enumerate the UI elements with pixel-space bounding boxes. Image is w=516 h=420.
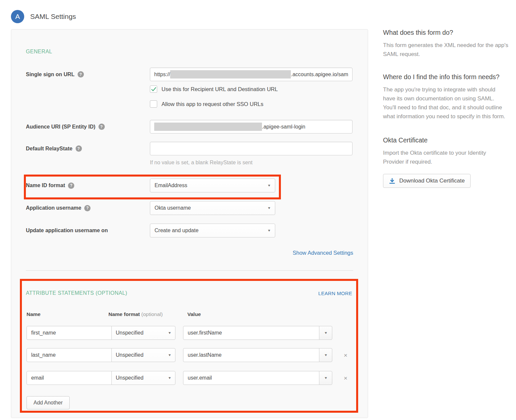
section-divider xyxy=(26,270,353,271)
relay-state-hint: If no value is set, a blank RelayState i… xyxy=(150,160,353,166)
sidebar-text-find-info: The app you're trying to integrate with … xyxy=(383,85,508,121)
other-sso-checkbox-row: Allow this app to request other SSO URLs xyxy=(150,100,353,108)
step-header: A SAML Settings xyxy=(11,10,76,23)
chevron-down-icon: ▼ xyxy=(168,353,171,357)
recipient-url-checkbox-label: Use this for Recipient URL and Destinati… xyxy=(161,86,278,92)
sso-url-row: Single sign on URL ? https:// .accounts.… xyxy=(26,68,353,81)
name-id-format-label: Name ID format ? xyxy=(26,183,150,189)
attribute-name-input[interactable]: email xyxy=(27,371,112,385)
other-sso-checkbox[interactable] xyxy=(150,100,157,108)
remove-attribute-button[interactable]: × xyxy=(342,352,349,358)
chevron-down-icon: ▼ xyxy=(267,184,271,187)
name-id-highlight-box: Name ID format ? EmailAddress ▼ xyxy=(24,175,281,199)
attribute-statements-title: ATTRIBUTE STATEMENTS (OPTIONAL) xyxy=(26,290,127,296)
relay-state-input[interactable] xyxy=(150,142,353,155)
column-header-name: Name xyxy=(27,311,108,317)
help-icon[interactable]: ? xyxy=(98,124,105,130)
chevron-down-icon: ▼ xyxy=(324,353,327,357)
sidebar-heading-form-purpose: What does this form do? xyxy=(383,28,508,36)
relay-state-label: Default RelayState ? xyxy=(26,145,150,152)
attribute-column-headers: Name Name format (optional) Value xyxy=(27,311,352,317)
app-username-label: Application username ? xyxy=(26,205,150,211)
recipient-url-checkbox[interactable] xyxy=(150,85,157,93)
update-username-select[interactable]: Create and update ▼ xyxy=(150,224,275,237)
attribute-value-group: user.email ▼ xyxy=(183,371,332,385)
attribute-value-input[interactable]: user.lastName xyxy=(183,348,319,362)
attribute-statements-highlight-box: ATTRIBUTE STATEMENTS (OPTIONAL) LEARN MO… xyxy=(20,279,358,413)
attribute-value-group: user.firstName ▼ xyxy=(183,326,332,340)
column-header-value: Value xyxy=(187,311,201,317)
sso-url-suffix: .accounts.apigee.io/sam xyxy=(291,72,348,78)
sso-url-input[interactable]: https:// .accounts.apigee.io/sam xyxy=(150,68,353,81)
help-sidebar: What does this form do? This form genera… xyxy=(383,28,508,188)
download-okta-certificate-label: Download Okta Certificate xyxy=(399,178,465,184)
redacted-block xyxy=(154,123,262,131)
name-id-format-row: Name ID format ? EmailAddress ▼ xyxy=(26,179,279,192)
update-username-row: Update application username on Create an… xyxy=(26,224,353,237)
help-icon[interactable]: ? xyxy=(68,183,74,189)
attribute-name-input[interactable]: last_name xyxy=(27,348,112,362)
attribute-value-dropdown-button[interactable]: ▼ xyxy=(319,348,332,362)
attribute-value-input[interactable]: user.firstName xyxy=(183,326,319,340)
sso-url-prefix: https:// xyxy=(154,72,170,78)
update-username-label: Update application username on xyxy=(26,228,150,234)
learn-more-link[interactable]: LEARN MORE xyxy=(318,290,352,296)
help-icon[interactable]: ? xyxy=(84,205,91,211)
show-advanced-settings-row: Show Advanced Settings xyxy=(26,250,353,256)
column-header-format: Name format (optional) xyxy=(108,311,187,317)
chevron-down-icon: ▼ xyxy=(267,229,271,232)
attribute-name-input[interactable]: first_name xyxy=(27,326,112,340)
add-another-button[interactable]: Add Another xyxy=(27,396,70,409)
general-section-title: GENERAL xyxy=(26,29,353,55)
attribute-statements-header: ATTRIBUTE STATEMENTS (OPTIONAL) LEARN MO… xyxy=(26,290,352,296)
chevron-down-icon: ▼ xyxy=(324,331,327,335)
remove-attribute-button[interactable]: × xyxy=(342,375,349,381)
chevron-down-icon: ▼ xyxy=(267,206,271,210)
attribute-row: first_name Unspecified ▼ user.firstName … xyxy=(27,326,352,340)
download-okta-certificate-button[interactable]: Download Okta Certificate xyxy=(383,174,471,188)
sidebar-heading-find-info: Where do I find the info this form needs… xyxy=(383,73,508,81)
show-advanced-settings-link[interactable]: Show Advanced Settings xyxy=(292,250,353,256)
name-id-format-select[interactable]: EmailAddress ▼ xyxy=(150,179,275,192)
sso-url-label: Single sign on URL ? xyxy=(26,71,150,78)
attribute-format-select[interactable]: Unspecified ▼ xyxy=(111,326,175,340)
relay-state-row: Default RelayState ? xyxy=(26,142,353,155)
attribute-value-group: user.lastName ▼ xyxy=(183,348,332,362)
attribute-format-select[interactable]: Unspecified ▼ xyxy=(111,348,175,362)
help-icon[interactable]: ? xyxy=(76,145,82,152)
check-icon xyxy=(151,87,156,91)
attribute-value-dropdown-button[interactable]: ▼ xyxy=(319,326,332,340)
chevron-down-icon: ▼ xyxy=(168,331,171,335)
other-sso-checkbox-label: Allow this app to request other SSO URLs xyxy=(161,101,263,107)
sidebar-text-okta-certificate: Import the Okta certificate to your Iden… xyxy=(383,149,508,167)
chevron-down-icon: ▼ xyxy=(168,376,171,380)
audience-uri-input[interactable]: .apigee-saml-login xyxy=(150,120,353,133)
app-username-select[interactable]: Okta username ▼ xyxy=(150,201,275,215)
chevron-down-icon: ▼ xyxy=(324,376,327,380)
attribute-row: email Unspecified ▼ user.email ▼ × xyxy=(27,371,352,385)
sidebar-text-form-purpose: This form generates the XML needed for t… xyxy=(383,41,508,59)
app-username-row: Application username ? Okta username ▼ xyxy=(26,201,353,215)
attribute-value-input[interactable]: user.email xyxy=(183,371,319,385)
help-icon[interactable]: ? xyxy=(78,71,84,78)
download-icon xyxy=(389,178,395,184)
saml-settings-panel: GENERAL Single sign on URL ? https:// .a… xyxy=(11,29,368,418)
step-a-badge: A xyxy=(11,10,24,23)
attribute-format-select[interactable]: Unspecified ▼ xyxy=(111,371,175,385)
attribute-row: last_name Unspecified ▼ user.lastName ▼ … xyxy=(27,348,352,362)
recipient-url-checkbox-row: Use this for Recipient URL and Destinati… xyxy=(150,85,353,93)
sidebar-heading-okta-certificate: Okta Certificate xyxy=(383,136,508,144)
audience-uri-label: Audience URI (SP Entity ID) ? xyxy=(26,124,150,130)
audience-uri-suffix: .apigee-saml-login xyxy=(262,124,305,130)
attribute-value-dropdown-button[interactable]: ▼ xyxy=(319,371,332,385)
page-title: SAML Settings xyxy=(30,13,76,21)
audience-uri-row: Audience URI (SP Entity ID) ? .apigee-sa… xyxy=(26,120,353,133)
redacted-block xyxy=(170,70,291,79)
